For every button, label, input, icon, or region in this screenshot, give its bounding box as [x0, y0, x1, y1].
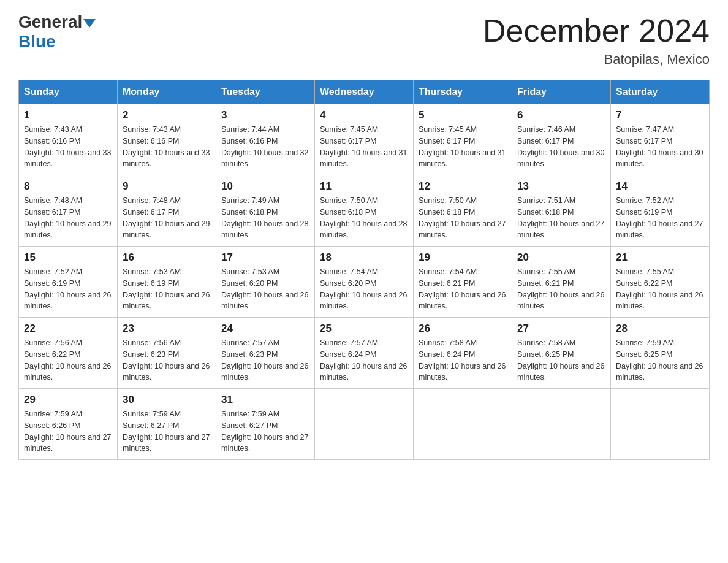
title-area: December 2024 Batopilas, Mexico: [483, 12, 710, 67]
calendar-day-21: 21 Sunrise: 7:55 AMSunset: 6:22 PMDaylig…: [611, 247, 710, 318]
weekday-header-friday: Friday: [512, 80, 611, 104]
day-number: 3: [221, 109, 309, 121]
day-number: 20: [517, 251, 605, 264]
day-number: 30: [123, 394, 211, 406]
day-number: 21: [616, 251, 704, 264]
weekday-header-tuesday: Tuesday: [216, 80, 315, 104]
page-header: General Blue December 2024 Batopilas, Me…: [18, 12, 710, 67]
day-number: 27: [517, 323, 605, 335]
calendar-day-7: 7 Sunrise: 7:47 AMSunset: 6:17 PMDayligh…: [611, 104, 710, 175]
calendar-day-27: 27 Sunrise: 7:58 AMSunset: 6:25 PMDaylig…: [512, 318, 611, 389]
logo: General Blue: [18, 12, 96, 52]
logo-general-text: General: [18, 12, 82, 32]
day-info: Sunrise: 7:59 AMSunset: 6:26 PMDaylight:…: [24, 408, 112, 454]
day-info: Sunrise: 7:59 AMSunset: 6:27 PMDaylight:…: [221, 408, 309, 454]
day-info: Sunrise: 7:56 AMSunset: 6:22 PMDaylight:…: [24, 337, 112, 383]
calendar-day-13: 13 Sunrise: 7:51 AMSunset: 6:18 PMDaylig…: [512, 175, 611, 247]
calendar-day-9: 9 Sunrise: 7:48 AMSunset: 6:17 PMDayligh…: [118, 175, 216, 247]
day-info: Sunrise: 7:56 AMSunset: 6:23 PMDaylight:…: [123, 337, 211, 383]
empty-cell: [611, 389, 710, 460]
empty-cell: [512, 389, 611, 460]
day-number: 22: [24, 323, 112, 335]
day-info: Sunrise: 7:48 AMSunset: 6:17 PMDaylight:…: [123, 195, 211, 241]
weekday-header-sunday: Sunday: [19, 80, 118, 104]
day-number: 1: [24, 109, 112, 121]
day-info: Sunrise: 7:51 AMSunset: 6:18 PMDaylight:…: [517, 195, 605, 241]
day-info: Sunrise: 7:43 AMSunset: 6:16 PMDaylight:…: [24, 124, 112, 170]
week-row-5: 29 Sunrise: 7:59 AMSunset: 6:26 PMDaylig…: [19, 389, 710, 460]
day-info: Sunrise: 7:57 AMSunset: 6:23 PMDaylight:…: [221, 337, 309, 383]
day-number: 5: [419, 109, 507, 121]
calendar-day-17: 17 Sunrise: 7:53 AMSunset: 6:20 PMDaylig…: [216, 247, 315, 318]
day-number: 9: [123, 180, 211, 193]
day-number: 2: [123, 109, 211, 121]
calendar-day-15: 15 Sunrise: 7:52 AMSunset: 6:19 PMDaylig…: [19, 247, 118, 318]
logo-blue-text: Blue: [18, 32, 56, 52]
day-info: Sunrise: 7:52 AMSunset: 6:19 PMDaylight:…: [24, 266, 112, 312]
day-info: Sunrise: 7:55 AMSunset: 6:21 PMDaylight:…: [517, 266, 605, 312]
day-number: 26: [419, 323, 507, 335]
weekday-header-thursday: Thursday: [414, 80, 512, 104]
calendar-day-16: 16 Sunrise: 7:53 AMSunset: 6:19 PMDaylig…: [118, 247, 216, 318]
calendar-day-11: 11 Sunrise: 7:50 AMSunset: 6:18 PMDaylig…: [315, 175, 414, 247]
day-number: 28: [616, 323, 704, 335]
week-row-1: 1 Sunrise: 7:43 AMSunset: 6:16 PMDayligh…: [19, 104, 710, 175]
logo-general: General: [18, 12, 96, 32]
calendar-day-30: 30 Sunrise: 7:59 AMSunset: 6:27 PMDaylig…: [118, 389, 216, 460]
calendar-day-1: 1 Sunrise: 7:43 AMSunset: 6:16 PMDayligh…: [19, 104, 118, 175]
day-number: 11: [320, 180, 408, 193]
calendar-day-5: 5 Sunrise: 7:45 AMSunset: 6:17 PMDayligh…: [414, 104, 512, 175]
day-number: 6: [517, 109, 605, 121]
calendar-day-25: 25 Sunrise: 7:57 AMSunset: 6:24 PMDaylig…: [315, 318, 414, 389]
calendar-day-10: 10 Sunrise: 7:49 AMSunset: 6:18 PMDaylig…: [216, 175, 315, 247]
day-number: 10: [221, 180, 309, 193]
weekday-header-monday: Monday: [118, 80, 216, 104]
day-info: Sunrise: 7:43 AMSunset: 6:16 PMDaylight:…: [123, 124, 211, 170]
calendar-day-18: 18 Sunrise: 7:54 AMSunset: 6:20 PMDaylig…: [315, 247, 414, 318]
week-row-3: 15 Sunrise: 7:52 AMSunset: 6:19 PMDaylig…: [19, 247, 710, 318]
day-number: 4: [320, 109, 408, 121]
day-info: Sunrise: 7:59 AMSunset: 6:27 PMDaylight:…: [123, 408, 211, 454]
day-number: 15: [24, 251, 112, 264]
day-number: 14: [616, 180, 704, 193]
calendar-day-4: 4 Sunrise: 7:45 AMSunset: 6:17 PMDayligh…: [315, 104, 414, 175]
day-number: 12: [419, 180, 507, 193]
day-number: 13: [517, 180, 605, 193]
calendar-day-2: 2 Sunrise: 7:43 AMSunset: 6:16 PMDayligh…: [118, 104, 216, 175]
weekday-header-wednesday: Wednesday: [315, 80, 414, 104]
day-info: Sunrise: 7:47 AMSunset: 6:17 PMDaylight:…: [616, 124, 704, 170]
calendar-day-28: 28 Sunrise: 7:59 AMSunset: 6:25 PMDaylig…: [611, 318, 710, 389]
day-info: Sunrise: 7:53 AMSunset: 6:20 PMDaylight:…: [221, 266, 309, 312]
day-info: Sunrise: 7:46 AMSunset: 6:17 PMDaylight:…: [517, 124, 605, 170]
day-info: Sunrise: 7:57 AMSunset: 6:24 PMDaylight:…: [320, 337, 408, 383]
weekday-header-row: SundayMondayTuesdayWednesdayThursdayFrid…: [19, 80, 710, 104]
day-info: Sunrise: 7:54 AMSunset: 6:20 PMDaylight:…: [320, 266, 408, 312]
month-title: December 2024: [483, 12, 710, 49]
calendar-day-6: 6 Sunrise: 7:46 AMSunset: 6:17 PMDayligh…: [512, 104, 611, 175]
day-info: Sunrise: 7:53 AMSunset: 6:19 PMDaylight:…: [123, 266, 211, 312]
day-info: Sunrise: 7:58 AMSunset: 6:25 PMDaylight:…: [517, 337, 605, 383]
logo-arrow-icon: [83, 19, 96, 28]
day-info: Sunrise: 7:45 AMSunset: 6:17 PMDaylight:…: [320, 124, 408, 170]
day-number: 19: [419, 251, 507, 264]
calendar-day-23: 23 Sunrise: 7:56 AMSunset: 6:23 PMDaylig…: [118, 318, 216, 389]
day-number: 29: [24, 394, 112, 406]
weekday-header-saturday: Saturday: [611, 80, 710, 104]
calendar-day-31: 31 Sunrise: 7:59 AMSunset: 6:27 PMDaylig…: [216, 389, 315, 460]
location-subtitle: Batopilas, Mexico: [483, 52, 710, 67]
calendar-day-22: 22 Sunrise: 7:56 AMSunset: 6:22 PMDaylig…: [19, 318, 118, 389]
day-info: Sunrise: 7:48 AMSunset: 6:17 PMDaylight:…: [24, 195, 112, 241]
day-number: 16: [123, 251, 211, 264]
day-info: Sunrise: 7:44 AMSunset: 6:16 PMDaylight:…: [221, 124, 309, 170]
day-info: Sunrise: 7:54 AMSunset: 6:21 PMDaylight:…: [419, 266, 507, 312]
day-number: 24: [221, 323, 309, 335]
day-info: Sunrise: 7:50 AMSunset: 6:18 PMDaylight:…: [419, 195, 507, 241]
day-info: Sunrise: 7:58 AMSunset: 6:24 PMDaylight:…: [419, 337, 507, 383]
calendar-day-19: 19 Sunrise: 7:54 AMSunset: 6:21 PMDaylig…: [414, 247, 512, 318]
day-number: 18: [320, 251, 408, 264]
day-number: 17: [221, 251, 309, 264]
day-info: Sunrise: 7:52 AMSunset: 6:19 PMDaylight:…: [616, 195, 704, 241]
day-number: 8: [24, 180, 112, 193]
calendar-table: SundayMondayTuesdayWednesdayThursdayFrid…: [18, 80, 710, 460]
calendar-day-3: 3 Sunrise: 7:44 AMSunset: 6:16 PMDayligh…: [216, 104, 315, 175]
